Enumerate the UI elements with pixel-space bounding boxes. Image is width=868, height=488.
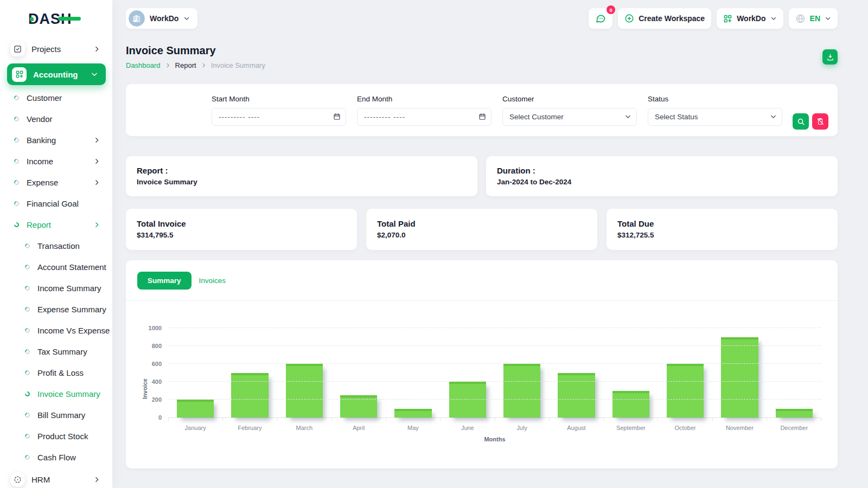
chevron-right-icon xyxy=(93,221,100,228)
sidebar-item-product-stock[interactable]: Product Stock xyxy=(0,426,112,447)
bullet-icon xyxy=(13,158,20,165)
sidebar-nav: Projects Accounting CustomerVendorBankin… xyxy=(0,33,112,488)
chevron-right-icon xyxy=(201,62,207,68)
invoice-bar-chart: Invoice 02004006008001000 JanuaryFebruar… xyxy=(168,328,821,442)
chart-tabs: Summary Invoices xyxy=(126,272,838,301)
bar-june[interactable] xyxy=(449,382,486,418)
sidebar-item-expense[interactable]: Expense xyxy=(0,172,112,193)
sidebar-item-transaction[interactable]: Transaction xyxy=(0,235,112,256)
sidebar-item-banking[interactable]: Banking xyxy=(0,130,112,151)
sidebar-item-income[interactable]: Income xyxy=(0,151,112,172)
chevron-down-icon xyxy=(825,15,831,22)
axis-tick xyxy=(331,418,332,421)
sidebar-item-expense-summary[interactable]: Expense Summary xyxy=(0,299,112,320)
workspace-avatar xyxy=(129,10,145,27)
search-button[interactable] xyxy=(793,113,809,130)
total-label: Total Paid xyxy=(377,218,586,230)
x-axis-tick-label: August xyxy=(549,425,603,431)
status-label: Status xyxy=(648,95,782,103)
sidebar-item-customer[interactable]: Customer xyxy=(0,87,112,108)
axis-tick xyxy=(386,418,386,421)
bar-april[interactable] xyxy=(340,395,377,418)
end-month-input[interactable] xyxy=(357,108,492,126)
bar-august[interactable] xyxy=(558,373,595,418)
chevron-right-icon xyxy=(165,62,171,68)
sidebar-item-label: HRM xyxy=(31,475,50,484)
dashed-circle-icon xyxy=(10,472,25,487)
sidebar-item-hrm[interactable]: HRM xyxy=(0,468,112,488)
chevron-down-icon xyxy=(770,15,777,22)
sidebar-item-bill-summary[interactable]: Bill Summary xyxy=(0,404,112,426)
total-card-total-due: Total Due$312,725.5 xyxy=(607,209,838,250)
tab-invoices[interactable]: Invoices xyxy=(199,277,226,285)
sidebar-item-label: Banking xyxy=(27,136,56,145)
bar-october[interactable] xyxy=(667,364,704,418)
bar-slot xyxy=(604,328,658,418)
bar-march[interactable] xyxy=(286,364,323,418)
sidebar-item-profit-loss[interactable]: Profit & Loss xyxy=(0,362,112,383)
chart-bars xyxy=(168,328,821,418)
sidebar-item-projects[interactable]: Projects xyxy=(0,37,112,60)
customer-select[interactable]: Select Customer xyxy=(502,108,637,126)
app-logo-text: DASH xyxy=(28,11,72,27)
status-field: Status Select Status xyxy=(648,95,782,126)
axis-tick xyxy=(168,418,169,421)
chart-plot-area: 02004006008001000 xyxy=(168,328,821,418)
reset-filter-button[interactable] xyxy=(812,113,828,130)
axis-tick xyxy=(821,418,821,421)
language-selector[interactable]: EN xyxy=(789,8,838,29)
sidebar-item-report[interactable]: Report xyxy=(0,214,112,235)
sidebar-item-label: Cash Flow xyxy=(37,453,76,462)
breadcrumb-dashboard[interactable]: Dashboard xyxy=(126,61,161,69)
page-title: Invoice Summary xyxy=(126,44,265,57)
bar-july[interactable] xyxy=(503,364,540,418)
bar-november[interactable] xyxy=(721,337,758,418)
bullet-icon xyxy=(24,390,31,397)
sidebar-item-cash-flow[interactable]: Cash Flow xyxy=(0,447,112,468)
tab-summary[interactable]: Summary xyxy=(137,272,192,290)
sidebar-item-label: Financial Goal xyxy=(27,199,79,208)
sidebar-item-label: Income Vs Expense xyxy=(37,326,110,335)
page-header: Invoice Summary Dashboard Report Invoice… xyxy=(126,44,838,69)
breadcrumb-report[interactable]: Report xyxy=(175,61,196,69)
sidebar-item-label: Bill Summary xyxy=(37,410,85,420)
total-value: $314,795.5 xyxy=(137,230,346,241)
download-button[interactable] xyxy=(822,49,838,65)
sidebar-item-account-statement[interactable]: Account Statement xyxy=(0,256,112,278)
main-content: WorkDo 0 Create Workspace WorkDo xyxy=(112,0,868,488)
workspace-chip[interactable]: WorkDo xyxy=(126,8,197,29)
app-logo[interactable]: DASH xyxy=(0,0,112,33)
total-label: Total Invoice xyxy=(137,218,346,230)
bar-may[interactable] xyxy=(394,409,431,418)
bar-september[interactable] xyxy=(612,391,649,418)
duration-label: Duration : xyxy=(497,165,827,177)
bar-february[interactable] xyxy=(231,373,268,418)
sidebar-item-financial-goal[interactable]: Financial Goal xyxy=(0,193,112,214)
sidebar-item-vendor[interactable]: Vendor xyxy=(0,108,112,130)
bar-slot xyxy=(277,328,331,418)
gridline xyxy=(168,399,821,400)
sidebar-item-label: Customer xyxy=(27,93,62,102)
workspace-switcher[interactable]: WorkDo xyxy=(717,8,783,29)
sidebar-item-tax-summary[interactable]: Tax Summary xyxy=(0,341,112,362)
bar-january[interactable] xyxy=(177,400,214,418)
start-month-input[interactable] xyxy=(212,108,346,126)
sidebar-item-income-summary[interactable]: Income Summary xyxy=(0,278,112,299)
create-workspace-button[interactable]: Create Workspace xyxy=(618,8,711,29)
x-axis-tick-label: May xyxy=(386,425,440,431)
bar-slot xyxy=(495,328,549,418)
end-month-field: End Month xyxy=(357,95,492,126)
filter-actions xyxy=(793,113,828,130)
gridline xyxy=(168,363,821,364)
messages-button[interactable]: 0 xyxy=(589,8,612,29)
sidebar-item-invoice-summary[interactable]: Invoice Summary xyxy=(0,383,112,404)
workspace-switcher-label: WorkDo xyxy=(737,14,765,23)
bar-december[interactable] xyxy=(776,409,813,418)
sidebar-item-label: Profit & Loss xyxy=(37,368,84,377)
status-select[interactable]: Select Status xyxy=(648,108,782,126)
create-workspace-label: Create Workspace xyxy=(639,14,705,23)
sidebar-item-accounting[interactable]: Accounting xyxy=(7,63,106,85)
sidebar-item-label: Income xyxy=(27,157,53,166)
sidebar-item-income-vs-expense[interactable]: Income Vs Expense xyxy=(0,320,112,341)
bar-slot xyxy=(712,328,767,418)
